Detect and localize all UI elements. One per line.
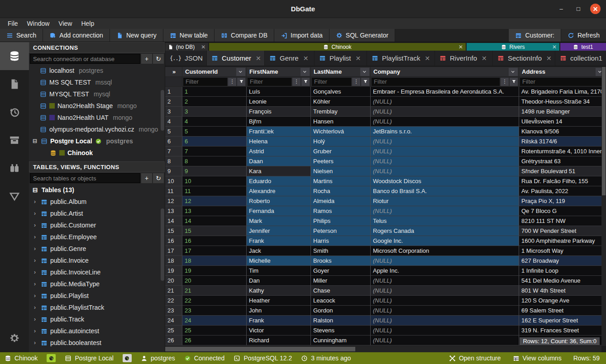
- db-group-tab-test1[interactable]: test1: [560, 43, 606, 51]
- connection-item-localhost[interactable]: localhostpostgres: [29, 65, 165, 76]
- expand-icon[interactable]: ›: [32, 234, 38, 240]
- cell-company[interactable]: Riotur: [371, 196, 519, 206]
- cell-firstname[interactable]: Frank: [247, 316, 311, 326]
- refresh-connections-button[interactable]: ↻: [153, 54, 164, 64]
- cell-address[interactable]: Rotenturmstraße 4, 1010 Innere Stadt: [519, 147, 606, 156]
- cell-company[interactable]: (NULL): [371, 97, 519, 107]
- close-tab-icon[interactable]: ✕: [425, 55, 430, 62]
- cell-address[interactable]: Praça Pio X, 119: [519, 196, 606, 206]
- cell-company[interactable]: (NULL): [371, 276, 519, 286]
- cell-company[interactable]: (NULL): [371, 156, 519, 166]
- row-number[interactable]: 11: [165, 186, 182, 196]
- widget-history-button[interactable]: [0, 98, 29, 126]
- widget-cell-data-button[interactable]: [0, 182, 29, 210]
- cell-firstname[interactable]: Jennifer: [247, 226, 311, 236]
- table-item-public-invoice[interactable]: ›public.Invoice: [29, 255, 165, 266]
- cell-address[interactable]: 8210 111 ST NW: [519, 216, 606, 226]
- cell-customerid[interactable]: 23: [182, 306, 247, 316]
- cell-lastname[interactable]: Ralston: [311, 316, 371, 326]
- tables-group-row[interactable]: ⊟ Tables (13): [29, 184, 165, 196]
- cell-firstname[interactable]: François: [247, 107, 311, 117]
- tab-riverinfo[interactable]: RiverInfo✕: [435, 51, 493, 66]
- cell-company[interactable]: Embraer - Empresa Brasileira de Aeronáut…: [371, 87, 519, 97]
- settings-button[interactable]: [0, 324, 29, 352]
- db-group-tab-rivers[interactable]: Rivers✕: [467, 43, 559, 51]
- column-header-firstname[interactable]: FirstName: [247, 67, 311, 77]
- cell-company[interactable]: Telus: [371, 216, 519, 226]
- cell-address[interactable]: Sřnder Boulevard 51: [519, 166, 606, 176]
- cell-lastname[interactable]: Nielsen: [311, 166, 371, 176]
- tab-collection1[interactable]: collection1✕: [555, 51, 606, 66]
- cell-firstname[interactable]: John: [247, 306, 311, 316]
- add-table-icon-button[interactable]: +: [141, 173, 152, 183]
- expand-icon[interactable]: ›: [32, 316, 38, 322]
- minimize-button[interactable]: –: [556, 4, 567, 14]
- cell-customerid[interactable]: 1: [182, 87, 247, 97]
- maximize-button[interactable]: □: [573, 4, 584, 14]
- cell-lastname[interactable]: Gordon: [311, 306, 371, 316]
- cell-company[interactable]: (NULL): [371, 137, 519, 147]
- table-item-public-booleantest[interactable]: ›public.booleantest: [29, 337, 165, 349]
- toolbar-new-query-button[interactable]: New query: [110, 29, 163, 42]
- cell-customerid[interactable]: 15: [182, 226, 247, 236]
- cell-firstname[interactable]: Luís: [247, 87, 311, 97]
- palette-icon[interactable]: [123, 354, 132, 362]
- toolbar-refresh-button[interactable]: Refresh: [561, 29, 606, 42]
- toolbar-add-connection-button[interactable]: Add connection: [43, 29, 110, 42]
- cell-customerid[interactable]: 14: [182, 216, 247, 226]
- table-item-public-customer[interactable]: ›public.Customer: [29, 219, 165, 231]
- widget-archive-button[interactable]: [0, 126, 29, 154]
- filter-input-address[interactable]: [520, 78, 605, 86]
- cell-firstname[interactable]: Tim: [247, 266, 311, 276]
- cell-firstname[interactable]: Heather: [247, 296, 311, 306]
- row-number[interactable]: 14: [165, 216, 182, 226]
- table-item-public-artist[interactable]: ›public.Artist: [29, 208, 165, 219]
- cell-address[interactable]: Grétrystraat 63: [519, 156, 606, 166]
- column-header-customerid[interactable]: CustomerId: [182, 67, 247, 77]
- refresh-tables-button[interactable]: ↻: [153, 173, 164, 183]
- filter-menu-button[interactable]: ⋮: [501, 78, 509, 86]
- toolbar-import-data-button[interactable]: Import data: [274, 29, 329, 42]
- expand-icon[interactable]: ›: [32, 257, 38, 264]
- widget-plugins-button[interactable]: [0, 154, 29, 182]
- cell-company[interactable]: (NULL): [371, 336, 519, 345]
- cell-lastname[interactable]: Harris: [311, 236, 371, 246]
- tab-sectioninfo[interactable]: SectionInfo✕: [493, 51, 555, 66]
- cell-address[interactable]: 801 W 4th Street: [519, 286, 606, 296]
- row-number[interactable]: 18: [165, 256, 182, 266]
- row-number[interactable]: 2: [165, 97, 182, 107]
- expand-icon[interactable]: ›: [32, 293, 38, 299]
- grid-corner-button[interactable]: »: [165, 67, 182, 77]
- tab-playlisttrack[interactable]: PlaylistTrack✕: [367, 51, 435, 66]
- status-theme-palette[interactable]: [123, 354, 132, 362]
- row-number[interactable]: 22: [165, 296, 182, 306]
- menu-window[interactable]: Window: [23, 19, 54, 28]
- tables-scrollbar[interactable]: [161, 208, 164, 281]
- cell-lastname[interactable]: Philips: [311, 216, 371, 226]
- close-tab-icon[interactable]: ✕: [256, 55, 261, 62]
- table-item-public-track[interactable]: ›public.Track: [29, 313, 165, 325]
- cell-lastname[interactable]: Holý: [311, 137, 371, 147]
- tables-search-input[interactable]: [30, 173, 140, 183]
- cell-company[interactable]: (NULL): [371, 296, 519, 306]
- cell-customerid[interactable]: 4: [182, 117, 247, 127]
- cell-firstname[interactable]: Roberto: [247, 196, 311, 206]
- cell-lastname[interactable]: Gruber: [311, 147, 371, 156]
- cell-lastname[interactable]: Smith: [311, 246, 371, 256]
- cell-firstname[interactable]: Victor: [247, 326, 311, 336]
- row-number[interactable]: 19: [165, 266, 182, 276]
- column-header-lastname[interactable]: LastName: [311, 67, 371, 77]
- cell-firstname[interactable]: Astrid: [247, 147, 311, 156]
- db-group-tab-chinook[interactable]: Chinook✕: [209, 43, 466, 51]
- row-number[interactable]: 5: [165, 127, 182, 137]
- table-item-public-mediatype[interactable]: ›public.MediaType: [29, 278, 165, 290]
- cell-customerid[interactable]: 10: [182, 176, 247, 186]
- expand-icon[interactable]: ›: [32, 269, 38, 275]
- expand-icon[interactable]: ›: [32, 210, 38, 217]
- connection-item-nano2health-uat[interactable]: Nano2Health UATmongo: [29, 112, 165, 123]
- toolbar-sql-generator-button[interactable]: SQL Generator: [329, 29, 395, 42]
- cell-lastname[interactable]: Peeters: [311, 156, 371, 166]
- cell-firstname[interactable]: Alexandre: [247, 186, 311, 196]
- cell-firstname[interactable]: Richard: [247, 336, 311, 345]
- cell-lastname[interactable]: Brooks: [311, 256, 371, 266]
